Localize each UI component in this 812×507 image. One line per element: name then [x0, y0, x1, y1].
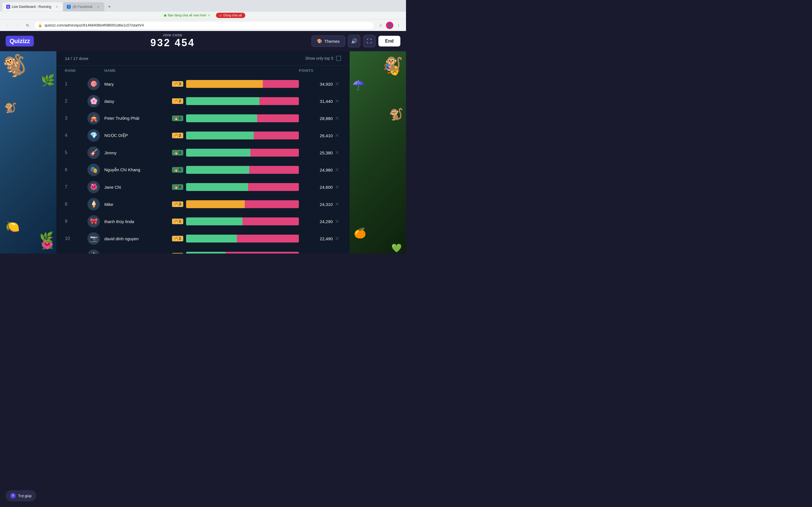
avatar: 🍦 [87, 198, 100, 210]
app-header: Quizizz JOIN CODE 932 454 🎨 Themes 🔊 ⛶ E… [0, 31, 406, 51]
remove-player-button[interactable]: ✕ [333, 201, 341, 207]
tab-title-1: Live Dashboard - Running [12, 5, 51, 9]
remove-player-button[interactable]: ✕ [333, 132, 341, 138]
score-bar-wrap: 🔥 0 [172, 114, 299, 122]
avatar: 🎯 [87, 78, 100, 90]
screen-share-stop-button[interactable]: Dừng chia sẻ [216, 13, 245, 18]
left-decoration: 🐒 🌿 🐒 🍋 🌺 [0, 51, 56, 253]
end-button[interactable]: End [378, 36, 400, 47]
show-top5-label: Show only top 5 [305, 56, 333, 61]
tab-live-dashboard[interactable]: Q Live Dashboard - Running × [2, 2, 63, 11]
sound-button[interactable]: 🔊 [348, 35, 360, 47]
streak-badge: 🔥 1 [172, 253, 183, 253]
player-name: Mary [104, 82, 172, 87]
col-rank: Rank [65, 68, 87, 73]
fire-icon: 🔥 [174, 134, 178, 137]
remove-player-button[interactable]: ✕ [333, 81, 341, 87]
left-deco-bg: 🐒 🌿 🐒 🍋 🌺 [0, 51, 56, 253]
progress-bar [186, 131, 299, 139]
avatar-wrap: 📷 [87, 232, 104, 245]
themes-button[interactable]: 🎨 Themes [312, 36, 345, 47]
avatar-wrap: 🌸 [87, 95, 104, 107]
streak-badge: 🔥 1 [172, 219, 183, 224]
quizizz-logo: Quizizz [6, 36, 34, 47]
streak-badge: 🔥 0 [172, 167, 183, 173]
fullscreen-icon: ⛶ [367, 38, 372, 44]
streak-count: 0 [179, 116, 181, 120]
player-points: 31,440 [299, 99, 333, 104]
deco-monkey-4: 🐒 [389, 108, 403, 121]
remove-player-button[interactable]: ✕ [333, 115, 341, 121]
remove-player-button[interactable]: ✕ [333, 98, 341, 104]
deco-leaf-1: 🌿 [41, 74, 55, 87]
score-bar-wrap: 🔥 2 [172, 97, 299, 105]
player-name: Mike [104, 202, 172, 207]
avatar-wrap: 🎭 [87, 164, 104, 176]
streak-count: 0 [179, 185, 181, 189]
avatar-wrap: 🍦 [87, 198, 104, 210]
score-bar-wrap: 🔥 3 [172, 200, 299, 208]
progress-bar [186, 97, 299, 105]
tab-close-2[interactable]: × [96, 4, 100, 9]
show-top5-checkbox[interactable] [336, 56, 341, 61]
remove-player-button[interactable]: ✕ [333, 167, 341, 173]
score-bar-wrap: 🔥 1 [172, 235, 299, 242]
avatar-wrap: 🌟 [87, 249, 104, 253]
remove-player-button[interactable]: ✕ [333, 252, 341, 253]
fire-icon: 🔥 [174, 117, 178, 120]
url-text: quizizz.com/admin/quiz/61468406b4f086001… [45, 23, 144, 27]
header-actions: 🎨 Themes 🔊 ⛶ End [312, 35, 400, 47]
player-points: 24,290 [299, 219, 333, 224]
player-points: 24,600 [299, 185, 333, 189]
avatar: 🎭 [87, 164, 100, 176]
streak-badge: 🔥 0 [172, 184, 183, 190]
leaderboard-header: 14 / 17 done Show only top 5 [56, 51, 350, 66]
table-row: 3 🎪 Peter Trường Phát 🔥 0 28,880 ✕ [56, 110, 350, 127]
toolbar-icons: ☆ 👤 ⋮ [377, 21, 403, 29]
streak-badge: 🔥 3 [172, 202, 183, 207]
remove-player-button[interactable]: ✕ [333, 218, 341, 224]
remove-player-button[interactable]: ✕ [333, 235, 341, 242]
avatar-wrap: 🎸 [87, 147, 104, 159]
tab-title-2: (8) Facebook [72, 5, 93, 9]
bookmark-icon[interactable]: ☆ [377, 21, 385, 29]
score-bar-wrap: 🔥 0 [172, 183, 299, 191]
table-row: 1 🎯 Mary 🔥 3 34,920 ✕ [56, 75, 350, 93]
avatar: 🎪 [87, 112, 100, 124]
fire-icon: 🔥 [174, 237, 178, 240]
remove-player-button[interactable]: ✕ [333, 150, 341, 156]
fire-icon: 🔥 [174, 100, 178, 103]
back-button[interactable]: ← [3, 21, 11, 29]
score-bar-wrap: 🔥 3 [172, 80, 299, 88]
avatar: 🌟 [87, 249, 100, 253]
player-points: 34,920 [299, 82, 333, 87]
progress-bar [186, 183, 299, 191]
player-name: thanh thúy linda [104, 219, 172, 224]
avatar-wrap: 💎 [87, 129, 104, 142]
table-row: 5 🎸 Jimmy 🔥 0 25,380 ✕ [56, 144, 350, 161]
streak-badge: 🔥 2 [172, 98, 183, 104]
avatar-wrap: 🌺 [87, 181, 104, 193]
tab-close-1[interactable]: × [54, 4, 59, 9]
player-rank: 7 [65, 184, 87, 189]
leaderboard-panel: 14 / 17 done Show only top 5 Rank Name P… [56, 51, 350, 253]
tab-facebook[interactable]: f (8) Facebook × [63, 2, 104, 11]
forward-button[interactable]: → [13, 21, 21, 29]
url-bar[interactable]: 🔒 quizizz.com/admin/quiz/61468406b4f0860… [34, 21, 374, 30]
player-rank: 8 [65, 202, 87, 207]
menu-icon[interactable]: ⋮ [395, 21, 403, 29]
deco-umbrella: ☂️ [352, 79, 365, 91]
join-code-value: 932 454 [150, 37, 195, 49]
refresh-button[interactable]: ↻ [24, 21, 32, 29]
progress-bar [186, 200, 299, 208]
streak-count: 2 [179, 133, 181, 137]
new-tab-button[interactable]: + [105, 3, 113, 11]
fullscreen-button[interactable]: ⛶ [363, 35, 375, 47]
player-points: 25,380 [299, 151, 333, 155]
table-row: 6 🎭 Nguyễn Chí Khang 🔥 0 24,980 ✕ [56, 161, 350, 179]
remove-player-button[interactable]: ✕ [333, 184, 341, 190]
screen-share-bar: Bạn đang chia sẻ màn hình ✓ Dừng chia sẻ [0, 11, 406, 19]
score-bar-wrap: 🔥 0 [172, 166, 299, 174]
player-name: Jane Chi [104, 185, 172, 189]
profile-button[interactable]: 👤 [386, 21, 394, 29]
